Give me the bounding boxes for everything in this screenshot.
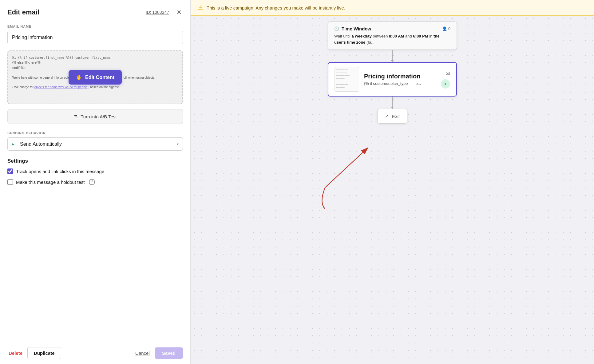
time-window-title: Time Window bbox=[342, 26, 371, 31]
exit-node[interactable]: ↗ Exit bbox=[377, 109, 407, 124]
settings-heading: Settings bbox=[7, 158, 183, 164]
holdout-label[interactable]: Make this message a holdout test bbox=[16, 180, 85, 185]
holdout-row: Make this message a holdout test ? bbox=[7, 179, 183, 185]
user-count-value: 0 bbox=[448, 26, 450, 31]
track-opens-checkbox[interactable] bbox=[7, 168, 13, 174]
sending-behavior-group: SENDING BEHAVIOR ➤ Send Automatically ▾ bbox=[7, 131, 183, 158]
sending-behavior-label: SENDING BEHAVIOR bbox=[7, 131, 183, 135]
preview-footer: • We charge for objects the same way we … bbox=[12, 85, 178, 89]
email-thumbnail: ━━━━━━━━━━ ━━━━━━━━━ ━━━━━━━━━━━ ━━━━━━━… bbox=[335, 67, 359, 92]
time-window-node[interactable]: 🕐 Time Window 👤 0 Wait until a weekday b… bbox=[328, 22, 457, 50]
flow-container: 🕐 Time Window 👤 0 Wait until a weekday b… bbox=[328, 22, 457, 124]
duplicate-button[interactable]: Duplicate bbox=[27, 347, 61, 359]
preview-line3: endif %}, bbox=[12, 65, 178, 70]
send-behavior-wrapper: ➤ Send Automatically ▾ bbox=[7, 137, 183, 151]
flow-connector-1 bbox=[392, 50, 393, 62]
email-name-field-group: EMAIL NAME bbox=[7, 25, 183, 50]
ab-flask-icon: ⚗ bbox=[73, 114, 77, 119]
node-header: 🕐 Time Window 👤 0 bbox=[334, 26, 450, 31]
edit-content-icon: ✋ bbox=[76, 74, 82, 80]
edit-email-panel: Edit email ID: 1003347 ✕ EMAIL NAME Hi {… bbox=[0, 0, 191, 364]
warning-banner: ⚠ This is a live campaign. Any changes y… bbox=[191, 0, 594, 16]
clock-icon: 🕐 bbox=[334, 26, 339, 31]
close-icon: ✕ bbox=[176, 9, 182, 16]
email-node-icons: ✉ ➤ bbox=[441, 70, 450, 89]
email-preview: Hi {% if customer.first_name %}{{ custom… bbox=[7, 50, 183, 104]
node-header-left: 🕐 Time Window bbox=[334, 26, 371, 31]
delete-button[interactable]: Delete bbox=[7, 347, 24, 359]
email-id[interactable]: ID: 1003347 bbox=[146, 10, 169, 15]
edit-content-button[interactable]: ✋ Edit Content bbox=[69, 70, 122, 85]
email-node-title: Pricing information bbox=[364, 73, 436, 80]
email-node[interactable]: ━━━━━━━━━━ ━━━━━━━━━ ━━━━━━━━━━━ ━━━━━━━… bbox=[328, 62, 457, 97]
user-count: 👤 0 bbox=[442, 26, 450, 31]
envelope-icon: ✉ bbox=[446, 70, 450, 77]
exit-icon: ↗ bbox=[385, 113, 389, 119]
ab-test-button[interactable]: ⚗ Turn into A/B Test bbox=[7, 109, 183, 124]
send-icon: ➤ bbox=[441, 79, 450, 89]
time-window-subtitle: Wait until a weekday between 8:00 AM and… bbox=[334, 33, 450, 45]
email-node-content: ━━━━━━━━━━ ━━━━━━━━━ ━━━━━━━━━━━ ━━━━━━━… bbox=[335, 67, 450, 92]
send-auto-icon: ➤ bbox=[11, 142, 15, 147]
warning-text: This is a live campaign. Any changes you… bbox=[207, 5, 345, 10]
email-name-input[interactable] bbox=[7, 31, 183, 44]
email-node-info: Pricing information {% if customer.plan_… bbox=[364, 73, 436, 86]
action-bar: Delete Duplicate Cancel Saved bbox=[0, 342, 190, 364]
flow-canvas: ⚠ This is a live campaign. Any changes y… bbox=[191, 0, 594, 364]
settings-section: Settings Track opens and link clicks in … bbox=[7, 158, 183, 190]
ab-test-label: Turn into A/B Test bbox=[81, 114, 117, 119]
person-icon: 👤 bbox=[442, 26, 447, 31]
track-opens-label[interactable]: Track opens and link clicks in this mess… bbox=[16, 169, 104, 174]
preview-link: objects the same way we do for people bbox=[34, 85, 88, 89]
send-behavior-select[interactable]: Send Automatically bbox=[7, 137, 183, 151]
close-button[interactable]: ✕ bbox=[175, 7, 183, 17]
warning-icon: ⚠ bbox=[198, 4, 203, 11]
cancel-button[interactable]: Cancel bbox=[134, 347, 151, 359]
header-right: ID: 1003347 ✕ bbox=[146, 7, 183, 17]
edit-content-label: Edit Content bbox=[85, 75, 114, 80]
email-name-label: EMAIL NAME bbox=[7, 25, 183, 28]
save-button[interactable]: Saved bbox=[155, 347, 183, 359]
preview-code-line1: Hi {% if customer.first_name %}{{ custom… bbox=[12, 55, 178, 60]
email-node-code: {% if customer.plan_type == 'p... bbox=[364, 81, 436, 86]
preview-line2: {% else %}there{% bbox=[12, 60, 178, 65]
flow-connector-2 bbox=[392, 97, 393, 109]
panel-header: Edit email ID: 1003347 ✕ bbox=[7, 7, 183, 17]
panel-title: Edit email bbox=[7, 8, 39, 16]
track-opens-row: Track opens and link clicks in this mess… bbox=[7, 168, 183, 174]
holdout-checkbox[interactable] bbox=[7, 179, 13, 185]
exit-label: Exit bbox=[392, 114, 400, 119]
help-icon[interactable]: ? bbox=[89, 179, 95, 185]
